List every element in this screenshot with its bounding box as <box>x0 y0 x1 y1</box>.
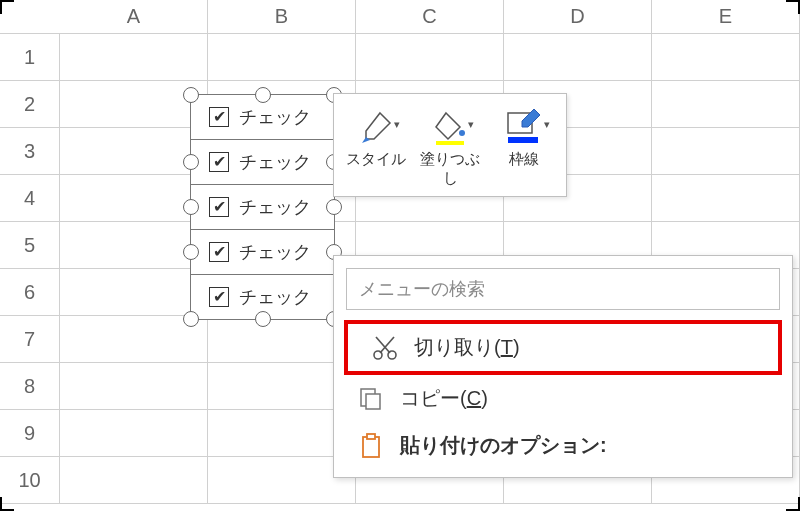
resize-handle-icon[interactable] <box>183 244 199 260</box>
outline-button[interactable]: ▾ 枠線 <box>488 102 560 188</box>
resize-handle-icon[interactable] <box>183 154 199 170</box>
col-head-E[interactable]: E <box>652 0 800 33</box>
col-head-A[interactable]: A <box>60 0 208 33</box>
svg-rect-10 <box>363 437 379 457</box>
outline-label: 枠線 <box>509 150 539 169</box>
fill-label: 塗りつぶし <box>414 150 486 188</box>
checkbox-icon[interactable]: ✔ <box>209 107 229 127</box>
fill-button[interactable]: ▾ 塗りつぶし <box>414 102 486 188</box>
chevron-down-icon: ▾ <box>544 118 550 132</box>
row-head[interactable]: 5 <box>0 222 60 268</box>
form-checkbox[interactable]: ✔ チェック <box>190 229 335 275</box>
form-checkbox[interactable]: ✔ チェック <box>190 184 335 230</box>
cut-label: 切り取り(T) <box>414 334 520 361</box>
checkbox-icon[interactable]: ✔ <box>209 197 229 217</box>
svg-rect-3 <box>508 137 538 143</box>
row-head[interactable]: 9 <box>0 410 60 456</box>
chevron-down-icon: ▾ <box>394 118 400 132</box>
checkbox-label: チェック <box>239 105 311 129</box>
paintbrush-icon <box>358 109 394 145</box>
row-head[interactable]: 7 <box>0 316 60 362</box>
crop-corner-icon <box>786 497 800 511</box>
column-headers: A B C D E <box>0 0 800 34</box>
checkbox-label: チェック <box>239 285 311 309</box>
form-checkbox[interactable]: ✔ チェック <box>190 274 335 320</box>
cut-highlight: 切り取り(T) <box>344 320 782 375</box>
cut-menu-item[interactable]: 切り取り(T) <box>348 324 778 371</box>
paste-options-menu-item[interactable]: 貼り付けのオプション: <box>334 422 792 469</box>
resize-handle-icon[interactable] <box>183 199 199 215</box>
col-head-D[interactable]: D <box>504 0 652 33</box>
svg-rect-11 <box>367 434 375 439</box>
scissors-icon <box>370 335 400 361</box>
clipboard-icon <box>356 433 386 459</box>
style-button[interactable]: ▾ スタイル <box>340 102 412 188</box>
chevron-down-icon: ▾ <box>468 118 474 132</box>
svg-rect-9 <box>366 394 380 409</box>
checkbox-icon[interactable]: ✔ <box>209 242 229 262</box>
menu-search-input[interactable]: メニューの検索 <box>346 268 780 310</box>
resize-handle-icon[interactable] <box>183 311 199 327</box>
paint-bucket-icon <box>432 109 468 145</box>
crop-corner-icon <box>0 497 14 511</box>
outline-pen-icon <box>504 107 544 147</box>
crop-corner-icon <box>786 0 800 14</box>
col-head-C[interactable]: C <box>356 0 504 33</box>
checkbox-icon[interactable]: ✔ <box>209 152 229 172</box>
copy-icon <box>356 386 386 412</box>
form-checkbox[interactable]: ✔ チェック <box>190 139 335 185</box>
checkbox-label: チェック <box>239 195 311 219</box>
row-head[interactable]: 2 <box>0 81 60 127</box>
row-head[interactable]: 4 <box>0 175 60 221</box>
checkbox-shapes-selection[interactable]: ✔ チェック ✔ チェック ✔ チェック ✔ チェック ✔ チェック <box>190 95 335 320</box>
copy-label: コピー(C) <box>400 385 488 412</box>
checkbox-label: チェック <box>239 150 311 174</box>
paste-options-label: 貼り付けのオプション: <box>400 432 607 459</box>
resize-handle-icon[interactable] <box>183 87 199 103</box>
context-menu: メニューの検索 切り取り(T) コピー(C) <box>333 255 793 478</box>
row-head[interactable]: 3 <box>0 128 60 174</box>
row-head[interactable]: 8 <box>0 363 60 409</box>
form-checkbox[interactable]: ✔ チェック <box>190 94 335 140</box>
col-head-B[interactable]: B <box>208 0 356 33</box>
style-label: スタイル <box>346 150 406 169</box>
checkbox-icon[interactable]: ✔ <box>209 287 229 307</box>
row-head[interactable]: 6 <box>0 269 60 315</box>
svg-rect-1 <box>436 141 464 145</box>
mini-toolbar: ▾ スタイル ▾ 塗りつぶし ▾ 枠線 <box>333 93 567 197</box>
row-head[interactable]: 1 <box>0 34 60 80</box>
svg-point-0 <box>459 130 465 136</box>
crop-corner-icon <box>0 0 14 14</box>
resize-handle-icon[interactable] <box>255 311 271 327</box>
resize-handle-icon[interactable] <box>255 87 271 103</box>
resize-handle-icon[interactable] <box>326 199 342 215</box>
copy-menu-item[interactable]: コピー(C) <box>334 375 792 422</box>
checkbox-label: チェック <box>239 240 311 264</box>
